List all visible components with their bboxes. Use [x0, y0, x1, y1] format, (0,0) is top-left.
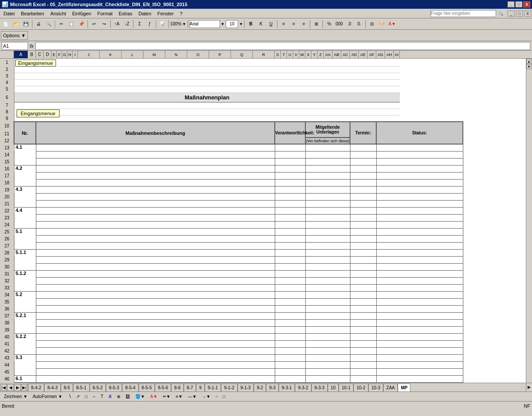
- data-ver-5-1-1-1[interactable]: [275, 249, 305, 256]
- data-unt-5-2-2-3[interactable]: [305, 347, 350, 354]
- sheet-tab-8-5-5[interactable]: 8-5-5: [139, 384, 155, 391]
- sheet-tab-ZAA[interactable]: ZAA: [383, 384, 398, 391]
- cell-row2[interactable]: [14, 66, 400, 73]
- line-color-tool[interactable]: ✏▼: [161, 393, 173, 400]
- cell-Q1[interactable]: [231, 59, 253, 66]
- data-sta-5-1-3[interactable]: [376, 242, 463, 249]
- col-header-AG[interactable]: AG: [376, 51, 385, 58]
- font-dropdown-icon[interactable]: ▼: [221, 22, 225, 26]
- data-desc-5-1-2[interactable]: [36, 235, 275, 242]
- menu-help[interactable]: ?: [177, 10, 185, 17]
- data-ver-5-2-3[interactable]: [275, 305, 305, 312]
- data-ver-5-2-2-2[interactable]: [275, 340, 305, 347]
- data-ver-5-3-3[interactable]: [275, 368, 305, 375]
- data-sta-5-2-2[interactable]: [376, 298, 463, 305]
- col-header-J[interactable]: J: [78, 51, 100, 58]
- data-unt-5-2-1[interactable]: [305, 291, 350, 298]
- col-header-L[interactable]: L: [122, 51, 144, 58]
- col-header-K[interactable]: K: [100, 51, 122, 58]
- sheet-tab-9-3-3[interactable]: 9-3-3: [312, 384, 328, 391]
- data-sta-4-4-3[interactable]: [376, 221, 463, 228]
- menu-format[interactable]: Format: [94, 10, 115, 17]
- data-sta-5-1-2-1[interactable]: [376, 270, 463, 277]
- border-btn[interactable]: ⊟: [367, 19, 377, 29]
- col-header-S[interactable]: S: [275, 51, 281, 58]
- data-ver-4-3-1[interactable]: [275, 186, 305, 193]
- data-sta-4-3-3[interactable]: [376, 200, 463, 207]
- data-nr-4-4[interactable]: 4.4: [14, 207, 36, 228]
- undo-btn[interactable]: ↩: [89, 19, 99, 29]
- col-header-AI[interactable]: AI: [394, 51, 400, 58]
- font-size-input[interactable]: [226, 20, 238, 28]
- sheet-tab-10[interactable]: 10: [328, 384, 339, 391]
- sheet-tab-9-3-1[interactable]: 9-3-1: [279, 384, 295, 391]
- cell-N1[interactable]: [165, 59, 187, 66]
- col-header-G[interactable]: G: [62, 51, 67, 58]
- data-sta-5-1-2-3[interactable]: [376, 284, 463, 291]
- align-right-btn[interactable]: ≡: [299, 19, 308, 29]
- data-unt-4-2-3[interactable]: [305, 179, 350, 186]
- data-unt-5-3-1[interactable]: [305, 354, 350, 361]
- copy-btn[interactable]: 📋: [66, 19, 76, 29]
- data-ter-5-2-2-1[interactable]: [350, 333, 376, 340]
- menu-fenster[interactable]: Fenster: [155, 10, 176, 17]
- data-unt-5-2-1-2[interactable]: [305, 319, 350, 326]
- cut-btn[interactable]: ✂: [56, 19, 66, 29]
- data-desc-5-3-2[interactable]: [36, 361, 275, 368]
- data-ver-5-2-2-1[interactable]: [275, 333, 305, 340]
- data-nr-4-1[interactable]: 4.1: [14, 144, 36, 165]
- data-ver-5-2-1-3[interactable]: [275, 326, 305, 333]
- col-header-X[interactable]: X: [305, 51, 312, 58]
- data-ter-6-1-1[interactable]: [350, 375, 376, 382]
- clipart-tool[interactable]: 🖼: [123, 393, 132, 400]
- cell-AC1[interactable]: [341, 59, 350, 66]
- data-unt-5-1-1-3[interactable]: [305, 263, 350, 270]
- data-ter-5-1-1[interactable]: [350, 228, 376, 235]
- tab-first-btn[interactable]: |◀: [0, 384, 7, 391]
- cell-V1[interactable]: [293, 59, 299, 66]
- data-ver-5-3-2[interactable]: [275, 361, 305, 368]
- sort-desc-btn[interactable]: ↓Z: [122, 19, 132, 29]
- oval-tool[interactable]: ○: [91, 393, 98, 400]
- vertical-scrollbar[interactable]: ▲ ▼: [526, 59, 532, 383]
- data-ter-5-1-2[interactable]: [350, 235, 376, 242]
- sort-asc-btn[interactable]: ↑A: [112, 19, 122, 29]
- data-ver-5-1-1-2[interactable]: [275, 256, 305, 263]
- data-unt-4-1-3[interactable]: [305, 158, 350, 165]
- data-unt-5-1-1-1[interactable]: [305, 249, 350, 256]
- data-sta-4-2-3[interactable]: [376, 179, 463, 186]
- line-style-tool[interactable]: ≡▼: [174, 393, 185, 400]
- data-desc-5-1-1-3[interactable]: [36, 263, 275, 270]
- cell-row5[interactable]: [14, 86, 400, 92]
- data-ver-4-2-1[interactable]: [275, 165, 305, 172]
- data-nr-5-2-2[interactable]: 5.2.2: [14, 333, 36, 354]
- col-header-Q[interactable]: Q: [231, 51, 253, 58]
- bold-btn[interactable]: B: [246, 19, 256, 29]
- data-nr-6-1[interactable]: 6.1: [14, 375, 36, 382]
- tab-last-btn[interactable]: ▶|: [21, 384, 28, 391]
- menu-restore-btn[interactable]: □: [516, 11, 523, 17]
- col-header-V[interactable]: V: [293, 51, 299, 58]
- data-sta-5-2-1-2[interactable]: [376, 319, 463, 326]
- data-desc-4-1-1[interactable]: [36, 144, 275, 151]
- sheet-tab-10-2[interactable]: 10-2: [354, 384, 368, 391]
- sheet-tab-8-6[interactable]: 8-6: [171, 384, 183, 391]
- data-sta-5-2-2-1[interactable]: [376, 333, 463, 340]
- sheet-tab-9-1-3[interactable]: 9-1-3: [238, 384, 254, 391]
- col-header-T[interactable]: T: [281, 51, 287, 58]
- cell-AE1[interactable]: [359, 59, 368, 66]
- sheet-tab-8-7[interactable]: 8-7: [184, 384, 196, 391]
- sum-btn[interactable]: Σ: [135, 19, 144, 29]
- cell-P1[interactable]: [209, 59, 231, 66]
- cell-S1[interactable]: [275, 59, 281, 66]
- data-unt-4-4-2[interactable]: [305, 214, 350, 221]
- cell-T1[interactable]: [281, 59, 287, 66]
- data-desc-5-2-2-1[interactable]: [36, 333, 275, 340]
- inc-decimal-btn[interactable]: .0: [344, 19, 354, 29]
- col-header-M[interactable]: M: [144, 51, 165, 58]
- data-sta-4-1-3[interactable]: [376, 158, 463, 165]
- data-ter-4-4-1[interactable]: [350, 207, 376, 214]
- data-ter-5-2-2[interactable]: [350, 298, 376, 305]
- data-ver-6-1-1[interactable]: [275, 375, 305, 382]
- zoom-dropdown-icon[interactable]: ▼: [182, 22, 186, 26]
